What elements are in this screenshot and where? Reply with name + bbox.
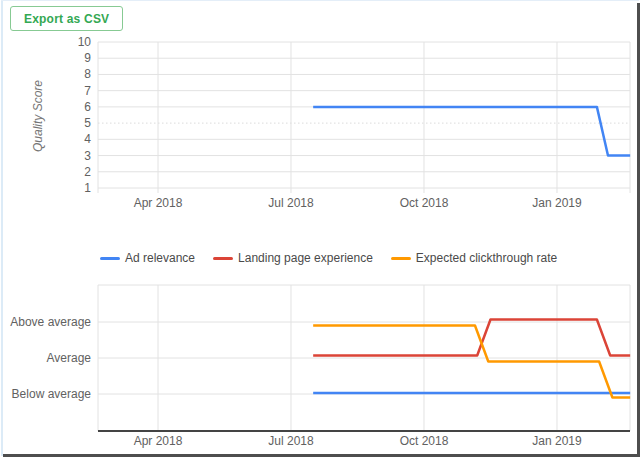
y-tick-label: 9 — [84, 51, 91, 65]
x-tick-label: Jan 2019 — [532, 434, 582, 448]
y-tick-label: 6 — [84, 100, 91, 114]
category-label: Average — [47, 351, 92, 365]
category-label: Below average — [12, 387, 92, 401]
legend-swatch-ad-relevance — [100, 257, 120, 260]
series-quality-score — [313, 107, 630, 156]
frame-border-left — [1, 0, 3, 456]
legend-label-expected-clickthrough-rate: Expected clickthrough rate — [416, 251, 557, 265]
y-tick-label: 2 — [84, 165, 91, 179]
legend-swatch-landing-page-experience — [213, 257, 233, 260]
y-tick-label: 10 — [78, 35, 92, 49]
x-tick-label: Jul 2018 — [268, 196, 314, 210]
legend: Ad relevance Landing page experience Exp… — [100, 250, 557, 266]
category-label: Above average — [10, 315, 91, 329]
x-tick-label: Apr 2018 — [134, 434, 183, 448]
charts-canvas: 12345678910Apr 2018Jul 2018Oct 2018Jan 2… — [0, 0, 644, 459]
x-tick-label: Apr 2018 — [134, 196, 183, 210]
x-tick-label: Oct 2018 — [400, 196, 449, 210]
frame-border-right — [637, 3, 640, 457]
legend-label-ad-relevance: Ad relevance — [125, 251, 195, 265]
x-tick-label: Oct 2018 — [400, 434, 449, 448]
y-tick-label: 5 — [84, 116, 91, 130]
quality-score-panel: 12345678910Apr 2018Jul 2018Oct 2018Jan 2… — [0, 0, 644, 459]
series-expected-clickthrough-rate — [313, 326, 630, 398]
legend-item-ad-relevance: Ad relevance — [100, 251, 195, 265]
y-tick-label: 8 — [84, 67, 91, 81]
frame-border-top — [1, 0, 639, 1]
y-tick-label: 7 — [84, 84, 91, 98]
y-tick-label: 1 — [84, 181, 91, 195]
y-tick-label: 3 — [84, 149, 91, 163]
legend-swatch-expected-clickthrough-rate — [391, 257, 411, 260]
legend-item-landing-page-experience: Landing page experience — [213, 251, 373, 265]
legend-item-expected-clickthrough-rate: Expected clickthrough rate — [391, 251, 557, 265]
x-tick-label: Jul 2018 — [268, 434, 314, 448]
frame-border-bottom — [3, 454, 640, 457]
y-axis-title: Quality Score — [31, 80, 45, 152]
export-csv-button[interactable]: Export as CSV — [10, 6, 123, 31]
legend-label-landing-page-experience: Landing page experience — [238, 251, 373, 265]
x-tick-label: Jan 2019 — [532, 196, 582, 210]
y-tick-label: 4 — [84, 132, 91, 146]
